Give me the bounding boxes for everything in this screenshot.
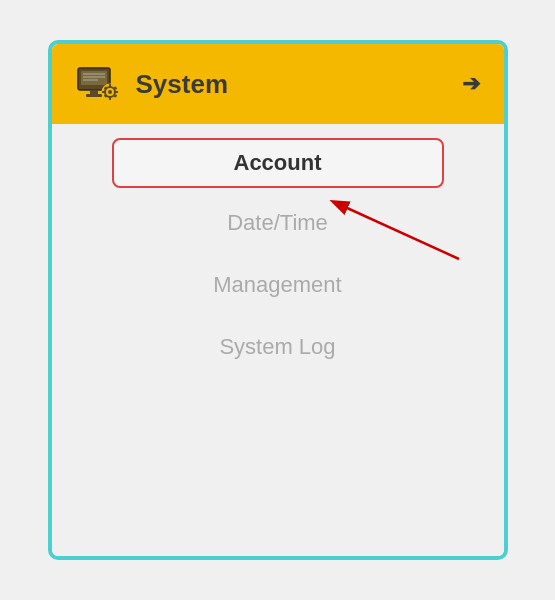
- menu-item-datetime[interactable]: Date/Time: [52, 192, 504, 254]
- main-panel: System ➔ Account Date/Time Manag: [48, 40, 508, 560]
- svg-rect-11: [109, 97, 111, 100]
- menu-item-management[interactable]: Management: [52, 254, 504, 316]
- menu-list: Account Date/Time Management System Log: [52, 124, 504, 556]
- svg-point-9: [108, 90, 112, 94]
- svg-rect-12: [102, 91, 105, 93]
- system-server-icon: [76, 66, 120, 102]
- header-bar[interactable]: System ➔: [52, 44, 504, 124]
- svg-rect-10: [109, 84, 111, 87]
- header-title: System: [136, 69, 446, 100]
- svg-rect-6: [86, 94, 102, 97]
- chevron-down-icon[interactable]: ➔: [462, 71, 480, 97]
- menu-item-account[interactable]: Account: [112, 138, 444, 188]
- svg-rect-5: [90, 90, 98, 94]
- menu-item-systemlog[interactable]: System Log: [52, 316, 504, 378]
- svg-rect-1: [81, 71, 107, 85]
- svg-rect-13: [115, 91, 118, 93]
